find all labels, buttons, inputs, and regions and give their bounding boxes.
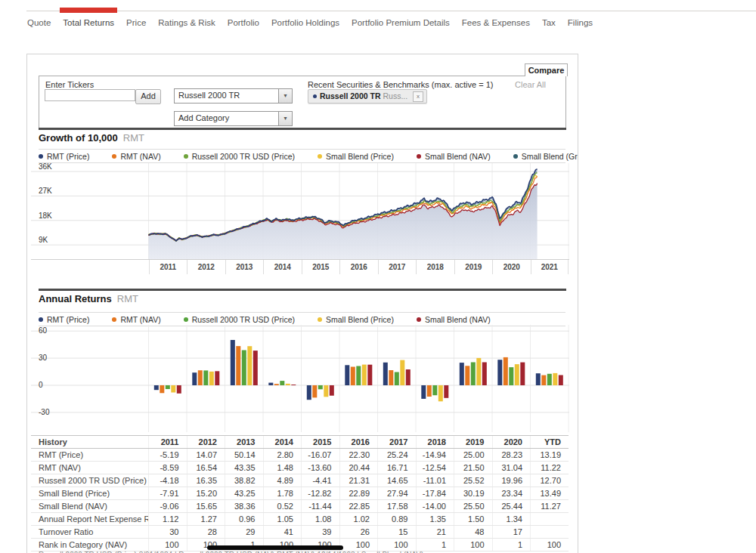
col-header-2012: 2012 — [187, 436, 225, 449]
bar-russell-2000-tr-usd-price-2016 — [356, 366, 361, 386]
row-label: Small Blend (Price) — [31, 487, 149, 500]
cell-value: 39 — [302, 526, 340, 539]
chevron-down-icon[interactable]: ▾ — [278, 89, 292, 103]
tab-ratings-risk[interactable]: Ratings & Risk — [157, 17, 215, 28]
cell-value: 43.35 — [225, 462, 264, 474]
growth-ticker: RMT — [123, 132, 144, 144]
ticker-input[interactable] — [45, 89, 135, 101]
bar-russell-2000-tr-usd-price-2020 — [509, 367, 513, 385]
cell-value: 27.94 — [378, 487, 417, 500]
col-header-2015: 2015 — [302, 436, 340, 449]
cell-value: 15.20 — [187, 487, 225, 500]
compare-tab[interactable]: Compare — [525, 63, 568, 76]
tab-total-returns[interactable]: Total Returns — [62, 17, 115, 28]
legend-item-rmt-nav[interactable]: RMT (NAV) — [112, 152, 160, 161]
cell-value — [531, 513, 569, 526]
bar-rmt-nav-2018 — [427, 385, 432, 397]
cell-value: 29 — [225, 526, 264, 539]
table-row-small-blend-price: Small Blend (Price)-7.9115.2043.251.78-1… — [31, 487, 569, 500]
legend-item-small-blend-price[interactable]: Small Blend (Price) — [318, 152, 394, 161]
legend-item-rmt-price[interactable]: RMT (Price) — [39, 152, 89, 161]
chevron-down-icon[interactable]: ▾ — [278, 112, 292, 125]
bar-rmt-price-2016 — [345, 365, 349, 385]
page: QuoteTotal ReturnsPriceRatings & RiskPor… — [0, 0, 756, 553]
legend-item-small-blend-price[interactable]: Small Blend (Price) — [318, 315, 394, 324]
cell-value: 21.31 — [339, 474, 378, 487]
cell-value: 100 — [378, 539, 417, 551]
tab-tax[interactable]: Tax — [541, 17, 556, 28]
col-header-2013: 2013 — [225, 436, 264, 449]
col-header-2019: 2019 — [454, 436, 493, 449]
series-color-dot — [417, 154, 421, 159]
legend-item-rmt-nav[interactable]: RMT (NAV) — [112, 315, 160, 324]
bar-rmt-nav-2013 — [236, 346, 240, 385]
cell-value: 11.27 — [531, 500, 569, 513]
add-ticker-button[interactable]: Add — [135, 89, 161, 104]
legend-item-russell-2000-tr-usd-price[interactable]: Russell 2000 TR USD (Price) — [184, 315, 295, 324]
cell-value: -4.18 — [149, 474, 187, 487]
bar-small-blend-price-2016 — [362, 365, 367, 385]
cell-value: 100 — [531, 539, 569, 551]
legend-item-rmt-price[interactable]: RMT (Price) — [39, 315, 89, 324]
bar-small-blend-price-2014 — [286, 384, 290, 385]
tab-portfolio-premium-details[interactable]: Portfolio Premium Details — [351, 17, 451, 28]
tab-quote[interactable]: Quote — [26, 17, 51, 28]
series-color-dot — [184, 154, 188, 159]
cell-value: -8.59 — [149, 462, 187, 474]
cell-value: 12.70 — [531, 474, 569, 487]
col-header-2014: 2014 — [263, 436, 302, 449]
tab-filings[interactable]: Filings — [567, 17, 593, 28]
series-color-dot — [112, 317, 116, 322]
growth-title-text: Growth of 10,000 — [39, 132, 118, 144]
cell-value: 23.34 — [492, 487, 531, 500]
row-label: Annual Report Net Expense Ratio — [31, 513, 149, 526]
category-select-value: Add Category — [178, 113, 229, 122]
benchmark-select[interactable]: Russell 2000 TR ▾ — [174, 88, 293, 103]
cell-value: -9.06 — [149, 500, 187, 513]
bar-small-blend-price-2017 — [400, 360, 404, 385]
annual-ytick: 0 — [39, 381, 43, 389]
growth-ytick: 27K — [39, 187, 52, 195]
cell-value: 16.54 — [187, 462, 225, 474]
tab-portfolio-holdings[interactable]: Portfolio Holdings — [271, 17, 340, 28]
tab-portfolio[interactable]: Portfolio — [227, 17, 260, 28]
tab-fees-expenses[interactable]: Fees & Expenses — [461, 17, 531, 28]
legend-label: Small Blend (NAV) — [425, 315, 491, 324]
horizontal-scrollbar[interactable] — [207, 545, 343, 550]
row-label: RMT (NAV) — [31, 462, 149, 474]
annual-ytick: 30 — [39, 354, 47, 362]
cell-value: -17.84 — [416, 487, 454, 500]
bar-small-blend-price-2011 — [171, 385, 175, 393]
legend-item-small-blend-nav[interactable]: Small Blend (NAV) — [417, 315, 491, 324]
legend-item-russell-2000-tr-usd-price[interactable]: Russell 2000 TR USD (Price) — [184, 152, 295, 161]
bar-rmt-nav-2012 — [198, 370, 203, 385]
annual-ticker: RMT — [117, 293, 138, 304]
bar-small-blend-price-2015 — [324, 385, 328, 397]
year-label-2016: 2016 — [339, 260, 378, 274]
close-icon[interactable]: x — [413, 91, 423, 102]
legend-item-small-blend-nav[interactable]: Small Blend (NAV) — [417, 152, 491, 161]
tab-price[interactable]: Price — [125, 17, 147, 28]
section-divider — [39, 128, 566, 130]
cell-value: 22.30 — [339, 449, 378, 462]
growth-legend: RMT (Price)RMT (NAV)Russell 2000 TR USD … — [39, 149, 565, 163]
compare-panel: Enter Tickers Add Russell 2000 TR ▾ Add … — [39, 76, 566, 128]
category-select[interactable]: Add Category ▾ — [174, 111, 293, 126]
table-row-rmt-nav: RMT (NAV)-8.5916.5443.351.48-13.6020.441… — [31, 462, 569, 474]
bar-rmt-nav-2020 — [503, 357, 508, 385]
clear-all-link[interactable]: Clear All — [515, 80, 546, 89]
series-color-dot — [184, 317, 188, 322]
cell-value: -14.94 — [416, 449, 454, 462]
bar-small-blend-nav-2020 — [520, 363, 525, 385]
growth-ytick: 18K — [39, 212, 52, 220]
series-color-dot — [39, 154, 43, 159]
bar-small-blend-nav-2011 — [177, 385, 181, 394]
cell-value: 41 — [263, 526, 302, 539]
legend-item-small-blend-gross[interactable]: Small Blend (Gross) — [513, 152, 578, 161]
series-color-dot — [417, 317, 421, 322]
bar-small-blend-price-2020 — [515, 364, 519, 385]
cell-value: 0.52 — [263, 500, 302, 513]
cell-value: -5.19 — [149, 449, 187, 462]
series-color-dot — [318, 154, 322, 159]
benchmark-chip[interactable]: Russell 2000 TR Russ... x — [308, 89, 427, 103]
